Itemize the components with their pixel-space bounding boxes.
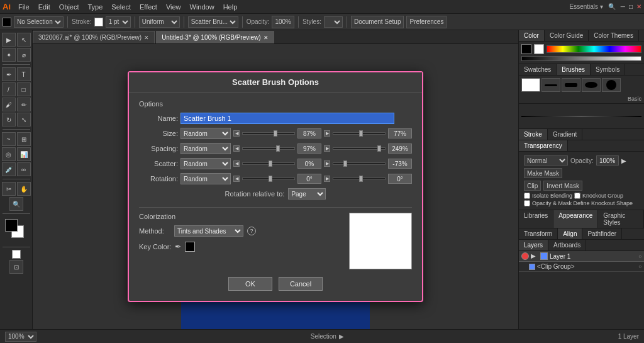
tab-align[interactable]: Align: [558, 228, 582, 239]
blend-mode-select[interactable]: Normal: [524, 155, 568, 166]
stroke-type-select[interactable]: Uniform: [139, 16, 180, 28]
eyedropper-icon[interactable]: ✒: [175, 242, 181, 251]
scissors-tool[interactable]: ✂: [2, 182, 16, 196]
direct-select-tool[interactable]: ↖: [17, 33, 31, 47]
menu-view[interactable]: View: [162, 2, 185, 12]
rotate-tool[interactable]: ↻: [2, 113, 16, 127]
blend-tool[interactable]: ∞: [17, 162, 31, 176]
spacing-track-left[interactable]: [242, 147, 295, 150]
warp-tool[interactable]: ~: [2, 132, 16, 146]
sub-layer-circle-btn[interactable]: ○: [638, 264, 641, 269]
graph-tool[interactable]: 📊: [17, 147, 31, 161]
canvas-area[interactable]: Scatter Brush Options Options Name:: [33, 44, 518, 329]
menu-effect[interactable]: Effect: [136, 2, 161, 12]
size-type-select[interactable]: Random: [180, 128, 231, 139]
scatter-thumb-right[interactable]: [343, 160, 347, 167]
tab-color-guide[interactable]: Color Guide: [545, 30, 589, 41]
tab-transparency[interactable]: Transparency: [519, 140, 568, 151]
tab-pathfinder[interactable]: Pathfinder: [582, 228, 622, 239]
scale-tool[interactable]: ⤡: [17, 113, 31, 127]
selection-dropdown[interactable]: No Selection: [14, 16, 64, 28]
scatter-right-arrow[interactable]: ▶: [324, 160, 330, 167]
tab-stroke[interactable]: Stroke: [519, 129, 548, 140]
tab-appearance[interactable]: Appearance: [553, 210, 598, 228]
rotation-left-arrow[interactable]: ◀: [233, 176, 240, 182]
layer-expand-icon[interactable]: ▶: [531, 252, 538, 260]
tab-doc2[interactable]: Untitled-3* @ 100% (RGB/Preview) ✕: [156, 31, 274, 43]
pen-tool[interactable]: ✒: [2, 67, 16, 81]
document-setup-btn[interactable]: Document Setup: [351, 16, 404, 28]
spacing-right-arrow[interactable]: ▶: [324, 145, 330, 152]
brush-select[interactable]: Scatter Bru...: [188, 16, 238, 28]
rotation-track-right[interactable]: [333, 177, 386, 180]
rotation-right-arrow[interactable]: ▶: [324, 176, 330, 182]
rotation-relative-select[interactable]: Page: [288, 188, 326, 200]
rotation-type-select[interactable]: Random: [180, 173, 231, 184]
brush-5[interactable]: [602, 78, 621, 92]
invert-mask-btn[interactable]: Invert Mask: [543, 181, 582, 191]
make-mask-btn[interactable]: Make Mask: [524, 168, 562, 178]
tab-color-themes[interactable]: Color Themes: [589, 30, 639, 41]
preferences-btn[interactable]: Preferences: [406, 16, 447, 28]
tab-color[interactable]: Color: [519, 30, 545, 41]
zoom-tool[interactable]: 🔍: [9, 197, 23, 211]
menu-object[interactable]: Object: [55, 2, 83, 12]
close-btn[interactable]: ✕: [636, 3, 641, 10]
spacing-left-arrow[interactable]: ◀: [233, 145, 240, 152]
cancel-button[interactable]: Cancel: [279, 277, 323, 291]
scatter-track-right[interactable]: [333, 162, 386, 165]
line-tool[interactable]: /: [2, 82, 16, 96]
stroke-weight-select[interactable]: 1 pt: [106, 16, 131, 28]
maximize-btn[interactable]: □: [629, 3, 633, 10]
tab-doc1[interactable]: 3020067.ai* @ 100% (RGB/Preview) ✕: [33, 31, 155, 43]
magic-wand-tool[interactable]: ✦: [2, 48, 16, 62]
tab-graphic-styles[interactable]: Graphic Styles: [598, 210, 644, 228]
tab-swatches[interactable]: Swatches: [519, 64, 557, 75]
tab-transform[interactable]: Transform: [519, 228, 558, 239]
rotation-track-left[interactable]: [242, 177, 295, 180]
scatter-left-arrow[interactable]: ◀: [233, 160, 240, 167]
symbol-tool[interactable]: ◎: [2, 147, 16, 161]
tab-gradient[interactable]: Gradient: [548, 129, 582, 140]
color-spectrum[interactable]: [547, 45, 641, 53]
size-left-arrow[interactable]: ◀: [233, 130, 240, 137]
menu-help[interactable]: Help: [219, 2, 242, 12]
spacing-track-right[interactable]: [333, 147, 386, 150]
rect-tool[interactable]: □: [17, 82, 31, 96]
eyedropper-tool[interactable]: 💉: [2, 162, 16, 176]
menu-file[interactable]: File: [14, 2, 33, 12]
size-track-left[interactable]: [242, 132, 295, 135]
color-fg[interactable]: [521, 44, 531, 54]
spacing-thumb-left[interactable]: [276, 145, 280, 152]
styles-select[interactable]: [324, 16, 343, 28]
rotation-thumb-left[interactable]: [269, 176, 272, 182]
zoom-select[interactable]: 100%: [5, 332, 36, 342]
opacity-arrow[interactable]: ▶: [621, 157, 628, 164]
menu-edit[interactable]: Edit: [35, 2, 54, 12]
isolate-blending-cb[interactable]: [524, 193, 530, 199]
name-input[interactable]: [180, 113, 394, 124]
clip-btn[interactable]: Clip: [524, 181, 541, 191]
select-tool[interactable]: ▶: [2, 33, 16, 47]
paint-brush-tool[interactable]: 🖌: [2, 98, 16, 111]
spacing-thumb-right[interactable]: [377, 145, 381, 152]
lasso-tool[interactable]: ⌀: [17, 48, 31, 62]
hand-tool[interactable]: ✋: [17, 182, 31, 196]
tab-libraries[interactable]: Libraries: [519, 210, 553, 228]
rotation-thumb-right[interactable]: [359, 176, 363, 182]
spacing-type-select[interactable]: Random: [180, 143, 231, 154]
tab-close-1[interactable]: ✕: [144, 35, 149, 41]
opacity-mask-cb[interactable]: [524, 200, 530, 206]
layer-visibility-btn[interactable]: [521, 252, 529, 260]
stroke-swatch[interactable]: [94, 18, 103, 26]
layer-1-row[interactable]: ▶ Layer 1 ○: [519, 251, 644, 262]
size-right-arrow[interactable]: ▶: [324, 130, 330, 137]
scatter-thumb-left[interactable]: [269, 160, 272, 167]
brush-4[interactable]: [582, 78, 601, 92]
scatter-type-select[interactable]: Random: [180, 158, 231, 169]
tab-symbols[interactable]: Symbols: [591, 64, 625, 75]
color-bg[interactable]: [534, 44, 544, 54]
tab-layers[interactable]: Layers: [519, 240, 548, 250]
free-transform-tool[interactable]: ⊞: [17, 132, 31, 146]
brush-3[interactable]: [562, 78, 580, 92]
